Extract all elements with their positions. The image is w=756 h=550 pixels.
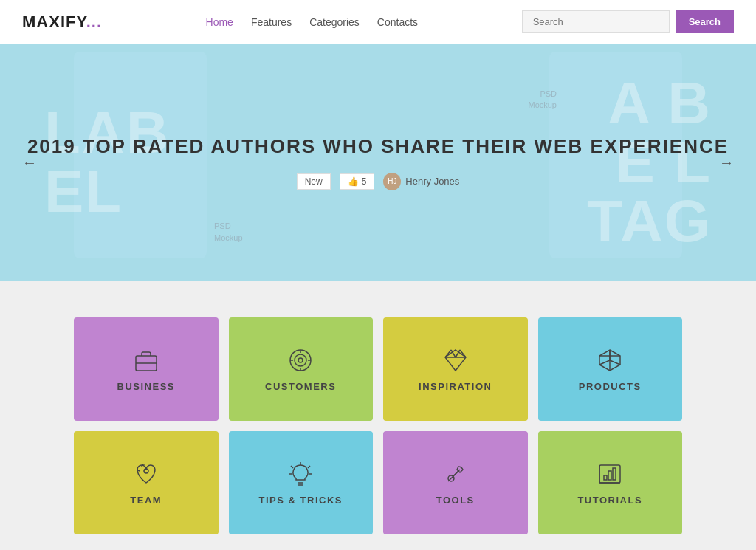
psd-label-right: PSDMockup (528, 89, 557, 111)
diamond-icon (442, 347, 469, 374)
cat-card-tutorials[interactable]: TUTORIALS (538, 431, 683, 534)
tool-icon (442, 461, 469, 487)
target-icon (287, 347, 314, 374)
author: HJ Henry Jones (383, 173, 459, 190)
cat-label-tips: TIPS & TRICKS (259, 495, 343, 506)
cat-label-tools: TOOLS (436, 495, 475, 506)
cat-card-customers[interactable]: CUSTOMERS (229, 317, 374, 421)
svg-point-4 (298, 358, 303, 362)
header: MAXIFY... Home Features Categories Conta… (0, 0, 756, 44)
svg-rect-28 (608, 471, 611, 480)
like-icon: 👍 (348, 176, 359, 187)
svg-line-14 (599, 360, 610, 365)
nav-contacts[interactable]: Contacts (377, 16, 418, 28)
nav-home[interactable]: Home (206, 16, 233, 28)
svg-line-22 (291, 466, 293, 468)
cat-label-inspiration: INSPIRATION (419, 381, 492, 392)
chart-icon (597, 461, 623, 487)
cat-label-products: PRODUCTS (579, 381, 642, 392)
cat-label-business: BUSINESS (117, 381, 175, 392)
search-input[interactable] (522, 10, 670, 33)
svg-line-21 (308, 466, 310, 468)
hero-content: 2019 TOP RATED AUTHORS WHO SHARE THEIR W… (27, 134, 729, 190)
svg-point-3 (295, 354, 306, 366)
nav-features[interactable]: Features (251, 16, 292, 28)
cat-card-business[interactable]: BUSINESS (74, 317, 219, 421)
briefcase-icon (133, 347, 159, 374)
categories-grid: BUSINESS CUSTOMERS INSPIRATION (74, 317, 682, 534)
svg-rect-27 (604, 475, 607, 480)
author-name: Henry Jones (405, 176, 459, 187)
cat-card-inspiration[interactable]: INSPIRATION (383, 317, 528, 421)
main-nav: Home Features Categories Contacts (206, 16, 419, 28)
hero-banner: LAB EL A B E L TAG PSDMockup PSDMockup 2… (0, 44, 756, 281)
logo: MAXIFY... (22, 13, 102, 32)
categories-section: BUSINESS CUSTOMERS INSPIRATION (0, 281, 756, 550)
hand-icon (133, 461, 159, 487)
cat-card-tips[interactable]: TIPS & TRICKS (229, 431, 374, 534)
nav-categories[interactable]: Categories (309, 16, 360, 28)
cat-card-products[interactable]: PRODUCTS (538, 317, 683, 421)
lightbulb-icon (287, 461, 314, 487)
cube-icon (597, 347, 623, 374)
badge-new: New (297, 173, 331, 190)
search-button[interactable]: Search (676, 10, 734, 33)
cat-card-tools[interactable]: TOOLS (383, 431, 528, 534)
svg-line-15 (610, 360, 620, 365)
cat-label-team: TEAM (130, 495, 162, 506)
psd-label-left: PSDMockup (214, 221, 243, 244)
cat-card-team[interactable]: TEAM (74, 431, 219, 534)
logo-dot: ... (86, 13, 102, 31)
svg-rect-29 (613, 468, 616, 480)
cat-label-tutorials: TUTORIALS (577, 495, 642, 506)
avatar: HJ (383, 173, 401, 190)
svg-point-2 (290, 350, 311, 371)
cat-label-customers: CUSTOMERS (265, 381, 336, 392)
badge-likes: 👍 5 (340, 173, 375, 190)
hero-meta: New 👍 5 HJ Henry Jones (27, 173, 729, 190)
search-area: Search (522, 10, 734, 33)
hero-title: 2019 TOP RATED AUTHORS WHO SHARE THEIR W… (27, 134, 729, 159)
